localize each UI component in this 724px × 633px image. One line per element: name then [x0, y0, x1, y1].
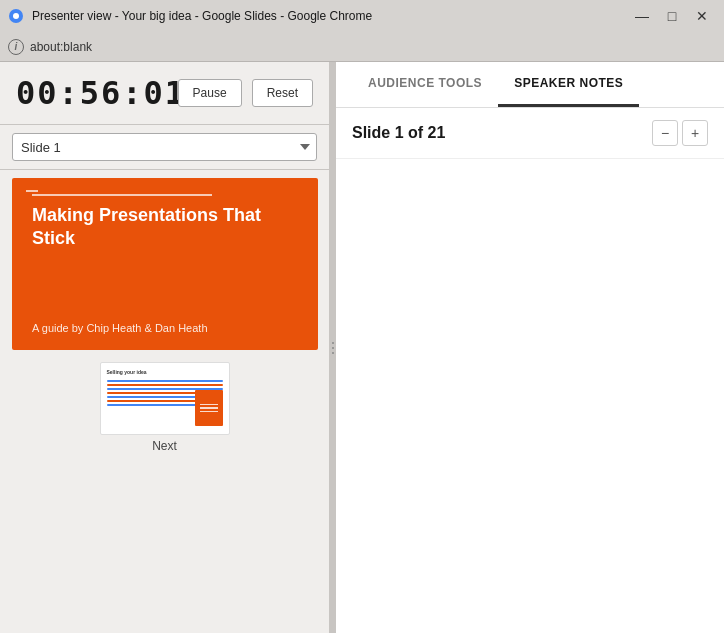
title-bar: Presenter view - Your big idea - Google … [0, 0, 724, 32]
current-slide-container: Making Presentations That Stick A guide … [0, 170, 329, 358]
slide-selector[interactable]: Slide 1 Slide 2 Slide 3 [12, 133, 317, 161]
minimize-button[interactable]: — [628, 2, 656, 30]
slide-line-1 [107, 380, 223, 382]
address-text: about:blank [30, 40, 92, 54]
slide-info-text: Slide 1 of 21 [352, 124, 445, 142]
slide-dash [26, 190, 38, 192]
book-line-1 [200, 404, 218, 406]
book-line-3 [200, 411, 218, 413]
svg-point-1 [13, 13, 19, 19]
divider-dot [332, 342, 334, 344]
timer-display: 00:56:01 [16, 74, 168, 112]
divider-dot [332, 347, 334, 349]
divider-dot [332, 352, 334, 354]
slide-top-line [32, 194, 212, 196]
window-title: Presenter view - Your big idea - Google … [32, 9, 372, 23]
title-bar-left: Presenter view - Your big idea - Google … [8, 8, 372, 24]
tab-audience-tools[interactable]: AUDIENCE TOOLS [352, 62, 498, 107]
zoom-controls: − + [652, 120, 708, 146]
tab-speaker-notes[interactable]: SPEAKER NOTES [498, 62, 639, 107]
main-container: 00:56:01 Pause Reset Slide 1 Slide 2 Sli… [0, 62, 724, 633]
slide-line-2 [107, 384, 223, 386]
slide-title: Making Presentations That Stick [32, 204, 298, 251]
book-thumbnail [195, 390, 223, 426]
left-panel: 00:56:01 Pause Reset Slide 1 Slide 2 Sli… [0, 62, 330, 633]
slide-subtitle: A guide by Chip Heath & Dan Heath [32, 322, 298, 334]
reset-button[interactable]: Reset [252, 79, 313, 107]
close-button[interactable]: ✕ [688, 2, 716, 30]
timer-section: 00:56:01 Pause Reset [0, 62, 329, 125]
next-slide-wrapper: Selling your idea [100, 362, 230, 453]
slide-selector-container: Slide 1 Slide 2 Slide 3 [0, 125, 329, 170]
right-panel: AUDIENCE TOOLS SPEAKER NOTES Slide 1 of … [336, 62, 724, 633]
zoom-in-button[interactable]: + [682, 120, 708, 146]
next-label: Next [152, 439, 177, 453]
next-slide-section: Selling your idea [0, 358, 329, 461]
current-slide-preview: Making Presentations That Stick A guide … [12, 178, 318, 350]
address-bar: i about:blank [0, 32, 724, 62]
chrome-icon [8, 8, 24, 24]
zoom-out-button[interactable]: − [652, 120, 678, 146]
info-icon: i [8, 39, 24, 55]
slide-info-bar: Slide 1 of 21 − + [336, 108, 724, 159]
book-line-2 [200, 407, 218, 409]
next-slide-thumbnail: Selling your idea [100, 362, 230, 435]
pause-button[interactable]: Pause [178, 79, 242, 107]
maximize-button[interactable]: □ [658, 2, 686, 30]
next-slide-title: Selling your idea [107, 369, 223, 375]
speaker-notes-area [336, 159, 724, 633]
tabs-container: AUDIENCE TOOLS SPEAKER NOTES [336, 62, 724, 108]
title-bar-controls: — □ ✕ [628, 2, 716, 30]
divider-dots [332, 342, 334, 354]
